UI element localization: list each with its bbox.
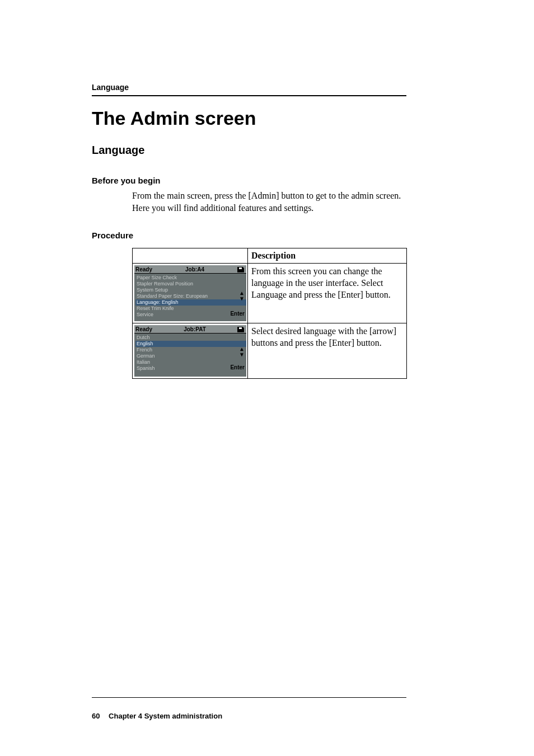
table-row: Ready Job:PAT Dutch English French Germa… [133, 323, 407, 379]
procedure-table: Description Ready Job:A4 Paper Size Chec… [132, 248, 407, 379]
lcd-menu-item: Stapler Removal Position [135, 281, 246, 287]
before-you-begin-body: From the main screen, press the [Admin] … [132, 190, 406, 214]
lcd-menu-item: Italian [135, 359, 246, 365]
lcd-screen: Ready Job:PAT Dutch English French Germa… [134, 325, 246, 377]
disk-icon [237, 267, 244, 273]
before-you-begin-heading: Before you begin [92, 176, 406, 185]
lcd-menu-item-selected: English [135, 341, 246, 347]
page-title: The Admin screen [92, 107, 406, 129]
lcd-status-bar: Ready Job:A4 [134, 265, 246, 274]
lcd-status-ready: Ready [135, 326, 152, 332]
lcd-menu-item: Reset Trim Knife [135, 306, 246, 312]
lcd-screen: Ready Job:A4 Paper Size Check Stapler Re… [134, 265, 246, 321]
lcd-menu-item: Dutch [135, 335, 246, 341]
table-row: Ready Job:A4 Paper Size Check Stapler Re… [133, 264, 407, 323]
lcd-menu-item: Spanish [135, 365, 246, 372]
section-heading: Language [92, 144, 406, 157]
lcd-enter-label: Enter [230, 311, 245, 317]
table-header-empty [133, 248, 248, 264]
top-rule [92, 95, 406, 96]
arrow-down-icon: ▼ [230, 296, 245, 302]
lcd-status-ready: Ready [135, 266, 152, 273]
lcd-status-job: Job:PAT [184, 326, 206, 332]
lcd-menu-item: Service [135, 312, 246, 318]
lcd-right-controls: ▲ ▼ Enter [230, 346, 245, 370]
lcd-status-job: Job:A4 [185, 266, 204, 273]
lcd-menu-item: Standard Paper Size: European [135, 293, 246, 299]
lcd-menu-item-selected: Language: English [135, 299, 246, 306]
lcd-status-bar: Ready Job:PAT [134, 325, 246, 334]
lcd-menu-body: Paper Size Check Stapler Removal Positio… [134, 274, 246, 318]
table-header-row: Description [133, 248, 407, 264]
description-cell: Select desired language with the [arrow]… [248, 323, 407, 379]
chapter-label: Chapter 4 System administration [109, 712, 222, 720]
lcd-menu-body: Dutch English French German Italian Span… [134, 334, 246, 372]
page-number: 60 [92, 712, 100, 720]
lcd-enter-label: Enter [230, 364, 245, 370]
arrow-down-icon: ▼ [230, 352, 245, 358]
description-cell: From this screen you can change the lang… [248, 264, 407, 323]
lcd-menu-item: Paper Size Check [135, 275, 246, 281]
lcd-screenshot-cell: Ready Job:A4 Paper Size Check Stapler Re… [133, 264, 248, 323]
document-page: Language The Admin screen Language Befor… [0, 0, 534, 756]
lcd-screenshot-cell: Ready Job:PAT Dutch English French Germa… [133, 323, 248, 379]
lcd-right-controls: ▲ ▼ Enter [230, 290, 245, 317]
table-header-description: Description [248, 248, 407, 264]
lcd-menu-item: French [135, 347, 246, 353]
running-head: Language [92, 83, 406, 92]
lcd-menu-item: German [135, 353, 246, 359]
page-footer: 60 Chapter 4 System administration [92, 712, 222, 720]
lcd-menu-item: System Setup [135, 287, 246, 293]
procedure-heading: Procedure [92, 231, 406, 240]
bottom-rule [92, 697, 406, 698]
disk-icon [237, 327, 244, 332]
